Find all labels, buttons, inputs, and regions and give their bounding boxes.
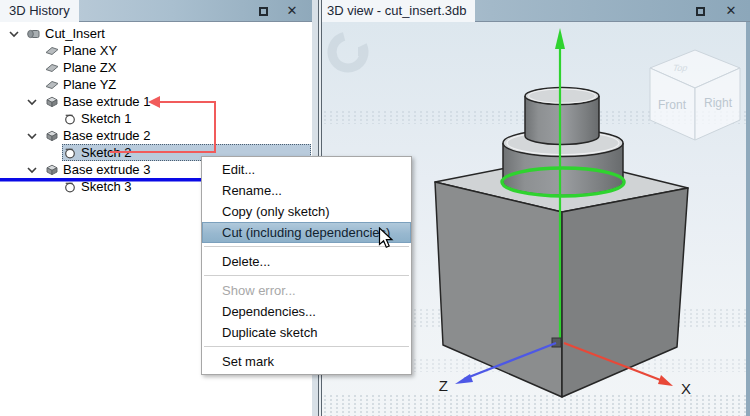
chevron-slot [26, 164, 44, 176]
tree-item-label: Cut_Insert [44, 26, 105, 41]
part-icon [26, 26, 42, 41]
tree-item-label: Base extrude 2 [62, 128, 150, 143]
app-window: 3D History ✕ Cut_InsertPlane XYPlane ZXP… [0, 0, 750, 416]
context-menu: Edit...Rename...Copy (only sketch)Cut (i… [201, 156, 412, 375]
tree-row-body[interactable]: Sketch 1 [62, 110, 312, 127]
menu-item-duplicate-sketch[interactable]: Duplicate sketch [202, 322, 411, 343]
tree-item-label: Plane YZ [62, 77, 116, 92]
chevron-slot [8, 28, 26, 40]
menu-item-copy-only-sketch[interactable]: Copy (only sketch) [202, 201, 411, 222]
tree-item-label: Plane XY [62, 43, 117, 58]
history-titlebar: 3D History ✕ [0, 0, 312, 22]
tree-item-label: Plane ZX [62, 60, 116, 75]
tree-item-sketch-1[interactable]: Sketch 1 [0, 110, 312, 127]
tree-item-label: Sketch 2 [80, 145, 132, 160]
view-close-button[interactable]: ✕ [724, 4, 738, 18]
history-maximize-button[interactable] [256, 4, 270, 18]
extrude-icon [44, 94, 60, 109]
tree-row-body[interactable]: Plane ZX [44, 59, 312, 76]
tree-item-label: Sketch 1 [80, 111, 132, 126]
tree-row-body[interactable]: Plane YZ [44, 76, 312, 93]
tree-item-label: Base extrude 3 [62, 162, 150, 177]
menu-item-delete[interactable]: Delete... [202, 251, 411, 272]
chevron-slot [26, 130, 44, 142]
chevron-down-icon[interactable] [26, 130, 38, 142]
tree-item-plane-yz[interactable]: Plane YZ [0, 76, 312, 93]
sketch-icon [62, 179, 78, 194]
tree-item-base-extrude-2[interactable]: Base extrude 2 [0, 127, 312, 144]
menu-item-dependencies[interactable]: Dependencies... [202, 301, 411, 322]
tree-item-plane-xy[interactable]: Plane XY [0, 42, 312, 59]
view-titlebar: 3D view - cut_insert.3db ✕ [318, 0, 750, 22]
menu-separator [204, 246, 409, 247]
tree-item-plane-zx[interactable]: Plane ZX [0, 59, 312, 76]
tree-row-body[interactable]: Plane XY [44, 42, 312, 59]
nav-cube-front-label: Front [658, 98, 687, 112]
chevron-down-icon[interactable] [26, 96, 38, 108]
chevron-down-icon[interactable] [8, 28, 20, 40]
tree-row-body[interactable]: Base extrude 2 [44, 127, 312, 144]
x-axis-label: X [681, 380, 691, 397]
tree-item-cut-insert[interactable]: Cut_Insert [0, 25, 312, 42]
menu-item-edit[interactable]: Edit... [202, 159, 411, 180]
navigation-cube[interactable]: Top Front Right [650, 50, 740, 140]
menu-item-cut-including-dependencies[interactable]: Cut (including dependencies) [202, 222, 411, 243]
rotate-indicator-icon [327, 31, 370, 74]
close-icon: ✕ [726, 4, 737, 18]
menu-item-show-error: Show error... [202, 280, 411, 301]
history-close-button[interactable]: ✕ [285, 4, 299, 18]
tree-row-body[interactable]: Base extrude 1 [44, 93, 312, 110]
chevron-down-icon[interactable] [26, 164, 38, 176]
extrude-icon [44, 162, 60, 177]
close-icon: ✕ [287, 4, 298, 18]
nav-cube-right-label: Right [704, 96, 733, 110]
menu-separator [204, 346, 409, 347]
tree-item-label: Sketch 3 [80, 179, 132, 194]
plane-icon [44, 60, 60, 75]
maximize-icon [259, 7, 268, 16]
sketch-icon [62, 111, 78, 126]
extrude-icon [44, 128, 60, 143]
z-axis-label: Z [439, 377, 448, 394]
menu-item-rename[interactable]: Rename... [202, 180, 411, 201]
maximize-icon [696, 7, 705, 16]
plane-icon [44, 43, 60, 58]
menu-separator [204, 275, 409, 276]
tree-item-base-extrude-1[interactable]: Base extrude 1 [0, 93, 312, 110]
chevron-slot [26, 96, 44, 108]
tree-row-body[interactable]: Cut_Insert [26, 25, 312, 42]
small-cylinder[interactable] [525, 88, 599, 145]
origin-marker[interactable] [552, 338, 561, 347]
plane-icon [44, 77, 60, 92]
view-panel-right-border [746, 22, 750, 416]
history-panel-title: 3D History [0, 0, 79, 22]
tree-item-label: Base extrude 1 [62, 94, 150, 109]
view-maximize-button[interactable] [693, 4, 707, 18]
view-panel-title: 3D view - cut_insert.3db [318, 0, 475, 22]
menu-item-set-mark[interactable]: Set mark [202, 351, 411, 372]
sketch-icon [62, 145, 78, 160]
